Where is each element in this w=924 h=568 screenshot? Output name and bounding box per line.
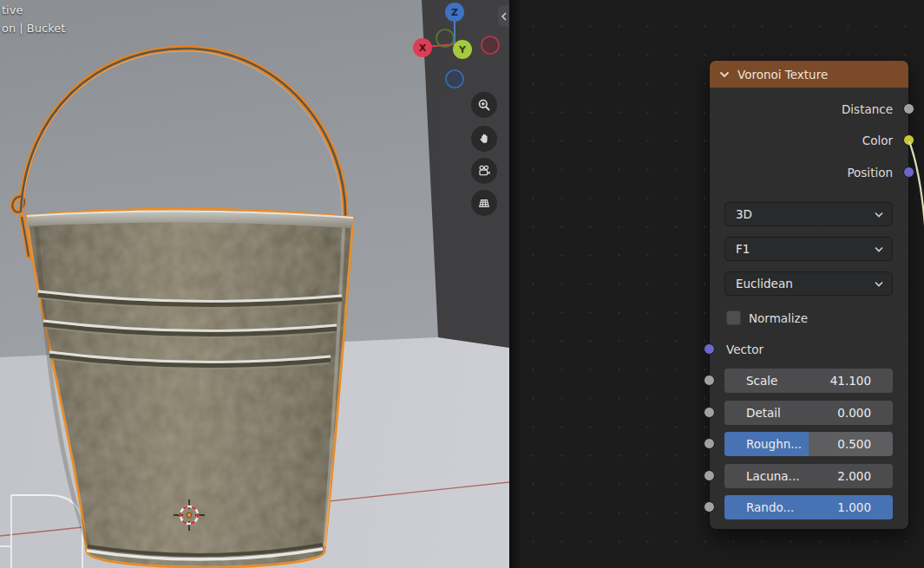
slider-value: 1.000: [837, 500, 871, 514]
viewport-breadcrumb: on | Bucket: [2, 20, 65, 37]
output-position-label: Position: [847, 164, 893, 181]
feature-dropdown[interactable]: F1: [724, 237, 893, 261]
dimensions-dropdown[interactable]: 3D: [724, 202, 893, 226]
voronoi-texture-node[interactable]: Voronoi Texture Distance Color Position …: [710, 61, 908, 529]
input-socket-roughness[interactable]: [704, 438, 715, 449]
lacunarity-slider[interactable]: Lacuna... 2.000: [724, 464, 893, 488]
viewport-camera-button[interactable]: [471, 158, 497, 184]
output-socket-distance[interactable]: [903, 103, 914, 114]
gizmo-x-label: X: [419, 42, 427, 54]
distance-metric-dropdown[interactable]: Euclidean: [724, 271, 893, 296]
shader-node-editor[interactable]: Voronoi Texture Distance Color Position …: [509, 0, 924, 568]
randomness-slider[interactable]: Rando... 1.000: [724, 495, 893, 519]
gizmo-y-label: Y: [458, 44, 467, 55]
node-header[interactable]: Voronoi Texture: [710, 61, 908, 88]
viewport-header-text-line1: tive: [2, 2, 23, 19]
normalize-checkbox[interactable]: [726, 310, 741, 325]
scale-slider[interactable]: Scale 41.100: [724, 369, 893, 393]
node-title: Voronoi Texture: [737, 68, 828, 82]
output-distance-label: Distance: [842, 101, 893, 118]
sidebar-toggle[interactable]: [498, 5, 509, 27]
chevron-left-icon: [500, 11, 508, 22]
input-socket-vector[interactable]: [704, 343, 715, 355]
zoom-icon: [477, 98, 491, 112]
input-socket-detail[interactable]: [704, 407, 715, 418]
slider-label: Rando...: [746, 500, 794, 514]
roughness-slider[interactable]: Roughn... 0.500: [724, 432, 893, 456]
input-socket-lacunarity[interactable]: [704, 470, 715, 481]
slider-value: 41.100: [830, 374, 871, 388]
gizmo-z-label: Z: [451, 7, 458, 18]
blender-window: tive on | Bucket Z X Y: [0, 0, 924, 568]
slider-label: Roughn...: [746, 437, 802, 451]
3d-viewport[interactable]: tive on | Bucket Z X Y: [0, 0, 509, 568]
gizmo-axis-x-negative[interactable]: [482, 36, 499, 54]
chevron-down-icon: [719, 71, 730, 78]
slider-label: Scale: [746, 374, 777, 388]
viewport-perspective-button[interactable]: [471, 190, 497, 216]
input-socket-randomness[interactable]: [704, 501, 715, 513]
slider-label: Lacuna...: [746, 469, 799, 483]
viewport-pan-button[interactable]: [471, 126, 497, 152]
chevron-down-icon: [875, 212, 883, 218]
chevron-down-icon: [875, 246, 883, 252]
slider-value: 0.500: [837, 437, 871, 451]
output-socket-color[interactable]: [903, 134, 914, 146]
input-socket-scale[interactable]: [704, 375, 715, 386]
editor-edge-shadow: [509, 0, 522, 568]
grid-icon: [477, 196, 491, 210]
detail-slider[interactable]: Detail 0.000: [724, 401, 893, 425]
viewport-zoom-button[interactable]: [471, 92, 497, 118]
slider-value: 0.000: [837, 406, 871, 420]
gizmo-axis-z-negative[interactable]: [446, 70, 463, 88]
output-socket-position[interactable]: [903, 166, 914, 178]
slider-value: 2.000: [837, 469, 871, 483]
bucket-object[interactable]: [12, 49, 353, 567]
navigation-gizmo[interactable]: Z X Y: [408, 0, 503, 91]
camera-icon: [477, 164, 491, 178]
vector-input-label: Vector: [726, 341, 763, 358]
chevron-down-icon: [875, 281, 883, 287]
normalize-label: Normalize: [749, 310, 808, 327]
slider-label: Detail: [746, 406, 781, 420]
output-color-label: Color: [862, 132, 893, 149]
hand-icon: [477, 132, 491, 146]
